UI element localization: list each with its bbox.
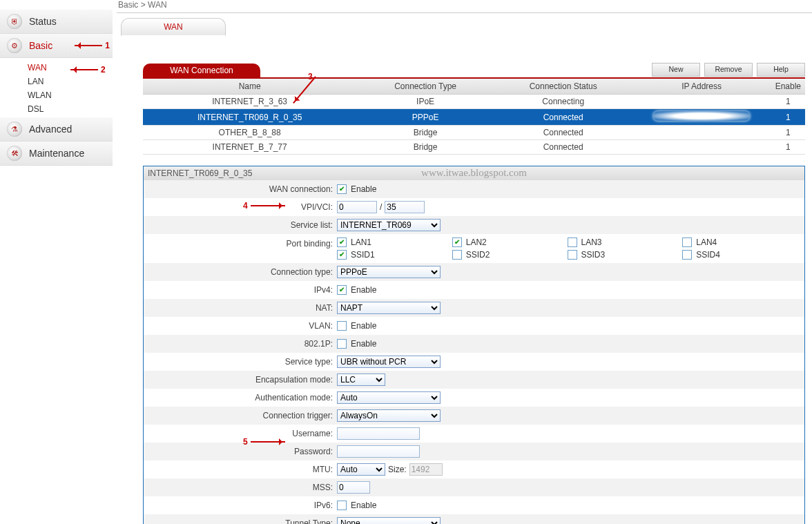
nat-select[interactable]: NAPT <box>337 302 441 314</box>
table-row[interactable]: OTHER_B_8_88 Bridge Connected 1 <box>143 126 805 140</box>
sidebar-item-label: Status <box>29 16 57 27</box>
vlan-checkbox[interactable] <box>337 321 347 331</box>
tab-wan[interactable]: WAN <box>121 18 226 36</box>
lan2-checkbox[interactable] <box>452 237 462 247</box>
submenu-item-wlan[interactable]: WLAN <box>28 88 113 102</box>
p8021-checkbox[interactable] <box>337 339 347 349</box>
trigger-select[interactable]: AlwaysOn <box>337 409 441 422</box>
lan3-checkbox[interactable] <box>568 237 577 247</box>
username-input[interactable] <box>337 427 420 440</box>
password-input[interactable] <box>337 445 420 458</box>
submenu-item-lan[interactable]: LAN <box>28 75 113 88</box>
content: WAN Connection New Remove Help Name Conn… <box>117 42 812 524</box>
new-button[interactable]: New <box>652 63 700 77</box>
sidebar-item-label: Maintenance <box>29 148 84 159</box>
main: Basic > WAN WAN WAN Connection New Remov… <box>113 0 812 524</box>
remove-button[interactable]: Remove <box>704 63 753 77</box>
sidebar-item-label: Advanced <box>29 124 72 135</box>
lan1-checkbox[interactable] <box>337 237 347 247</box>
section-title: WAN Connection <box>143 64 260 77</box>
watermark: www.itwae.blogspot.com <box>421 167 527 179</box>
wan-enable-checkbox[interactable] <box>337 184 347 194</box>
tunnel-select[interactable]: None <box>337 517 441 524</box>
col-cstatus: Connection Status <box>494 79 632 95</box>
ssid1-checkbox[interactable] <box>337 250 347 260</box>
ip-hidden <box>653 111 750 121</box>
service-list-select[interactable]: INTERNET_TR069 <box>337 219 441 231</box>
service-type-select[interactable]: UBR without PCR <box>337 356 441 368</box>
ssid2-checkbox[interactable] <box>452 250 462 260</box>
sidebar-item-label: Basic <box>29 40 52 51</box>
sidebar-item-maintenance[interactable]: 🛠 Maintenance <box>0 142 113 166</box>
submenu-item-dsl[interactable]: DSL <box>28 102 113 116</box>
auth-select[interactable]: Auto <box>337 391 441 404</box>
advanced-icon: ⚗ <box>7 122 22 137</box>
status-icon: ⛨ <box>7 14 22 29</box>
basic-submenu: WAN 2 LAN WLAN DSL <box>0 58 113 117</box>
detail-box: INTERNET_TR069_R_0_35 www.itwae.blogspot… <box>143 166 805 524</box>
maintenance-icon: 🛠 <box>7 146 22 161</box>
table-row[interactable]: INTERNET_R_3_63 IPoE Connecting 1 <box>143 95 805 109</box>
col-ip: IP Address <box>632 79 771 95</box>
sidebar-item-status[interactable]: ⛨ Status <box>0 10 113 34</box>
ssid4-checkbox[interactable] <box>682 250 692 260</box>
mss-input[interactable] <box>337 481 370 494</box>
lan4-checkbox[interactable] <box>682 237 692 247</box>
table-row[interactable]: INTERNET_B_7_77 Bridge Connected 1 <box>143 140 805 155</box>
submenu-item-wan[interactable]: WAN 2 <box>28 61 113 75</box>
detail-title: INTERNET_TR069_R_0_35 www.itwae.blogspot… <box>144 166 804 180</box>
vci-input[interactable] <box>385 201 425 213</box>
encap-select[interactable]: LLC <box>337 373 385 386</box>
col-enable: Enable <box>771 79 805 95</box>
ipv4-checkbox[interactable] <box>337 285 347 295</box>
mtu-size-input <box>409 463 443 476</box>
sidebar: ⛨ Status ⚙ Basic 1 WAN 2 LAN WLAN DSL ⚗ … <box>0 0 113 524</box>
table-row-selected[interactable]: INTERNET_TR069_R_0_35 PPPoE Connected 1 <box>143 109 805 126</box>
sidebar-item-advanced[interactable]: ⚗ Advanced <box>0 117 113 142</box>
col-name: Name <box>143 79 356 95</box>
tab-row: WAN <box>117 13 812 42</box>
wan-table: Name Connection Type Connection Status I… <box>143 79 805 155</box>
ipv6-checkbox[interactable] <box>337 501 347 510</box>
sidebar-item-basic[interactable]: ⚙ Basic 1 <box>0 34 113 58</box>
vpi-input[interactable] <box>337 201 377 213</box>
mtu-select[interactable]: Auto <box>337 463 385 476</box>
conn-type-select[interactable]: PPPoE <box>337 266 441 278</box>
col-ctype: Connection Type <box>356 79 494 95</box>
help-button[interactable]: Help <box>757 63 805 77</box>
ssid3-checkbox[interactable] <box>568 250 577 260</box>
breadcrumb: Basic > WAN <box>117 0 812 13</box>
gear-icon: ⚙ <box>7 38 22 53</box>
